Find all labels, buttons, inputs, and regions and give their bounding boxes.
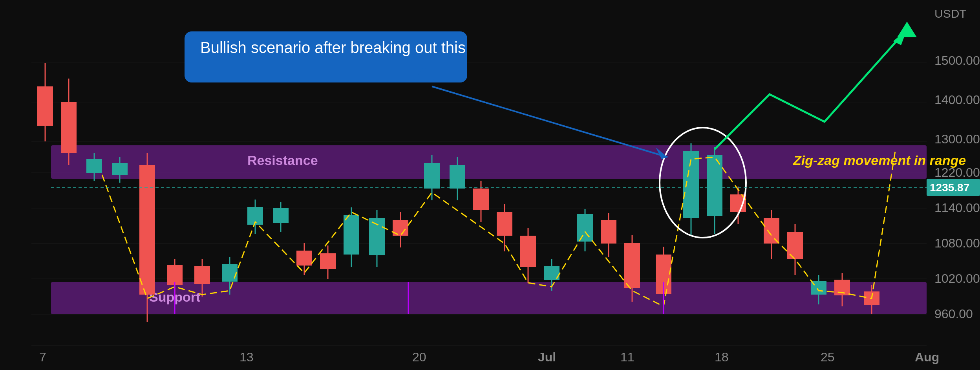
svg-text:1400.00: 1400.00 bbox=[934, 93, 980, 107]
svg-rect-92 bbox=[624, 243, 640, 288]
x-label-7: 7 bbox=[39, 350, 46, 364]
svg-rect-68 bbox=[424, 163, 440, 189]
svg-rect-41 bbox=[194, 266, 210, 284]
svg-rect-77 bbox=[497, 212, 512, 236]
x-label-aug: Aug bbox=[915, 350, 939, 364]
svg-rect-32 bbox=[112, 163, 128, 175]
svg-text:1500.00: 1500.00 bbox=[934, 53, 980, 68]
svg-rect-74 bbox=[473, 189, 489, 210]
svg-rect-59 bbox=[344, 215, 359, 255]
bullish-label: Bullish scenario after breaking out this bbox=[200, 39, 466, 56]
svg-rect-53 bbox=[296, 251, 312, 266]
x-label-18: 18 bbox=[715, 350, 729, 364]
svg-rect-29 bbox=[86, 159, 102, 173]
svg-text:1140.00: 1140.00 bbox=[934, 201, 980, 215]
resistance-label: Resistance bbox=[247, 153, 318, 168]
svg-rect-50 bbox=[273, 208, 289, 223]
svg-text:960.00: 960.00 bbox=[934, 307, 973, 321]
svg-rect-86 bbox=[577, 214, 593, 242]
chart-container: 1500.00 1400.00 1300.00 1220.00 1140.00 … bbox=[0, 0, 980, 370]
svg-rect-35 bbox=[139, 165, 155, 295]
x-label-13: 13 bbox=[240, 350, 254, 364]
svg-text:1300.00: 1300.00 bbox=[934, 132, 980, 146]
x-label-25: 25 bbox=[821, 350, 835, 364]
svg-rect-80 bbox=[520, 236, 536, 267]
svg-text:1020.00: 1020.00 bbox=[934, 271, 980, 286]
x-label-20: 20 bbox=[412, 350, 426, 364]
svg-rect-107 bbox=[764, 218, 779, 244]
svg-rect-44 bbox=[222, 264, 238, 282]
svg-rect-101 bbox=[707, 155, 722, 216]
svg-text:USDT: USDT bbox=[934, 7, 967, 20]
svg-text:1080.00: 1080.00 bbox=[934, 236, 980, 250]
svg-rect-110 bbox=[787, 232, 803, 259]
svg-rect-89 bbox=[601, 220, 616, 244]
svg-rect-26 bbox=[61, 102, 77, 153]
svg-rect-38 bbox=[167, 265, 183, 285]
zigzag-label: Zig-zag movement in range bbox=[793, 153, 966, 168]
x-label-jul: Jul bbox=[538, 350, 556, 364]
svg-rect-23 bbox=[37, 86, 53, 126]
current-price: 1235.87 bbox=[930, 181, 969, 194]
x-label-11: 11 bbox=[620, 350, 634, 364]
svg-rect-56 bbox=[320, 253, 336, 269]
svg-rect-62 bbox=[369, 218, 385, 255]
svg-rect-71 bbox=[450, 165, 465, 189]
